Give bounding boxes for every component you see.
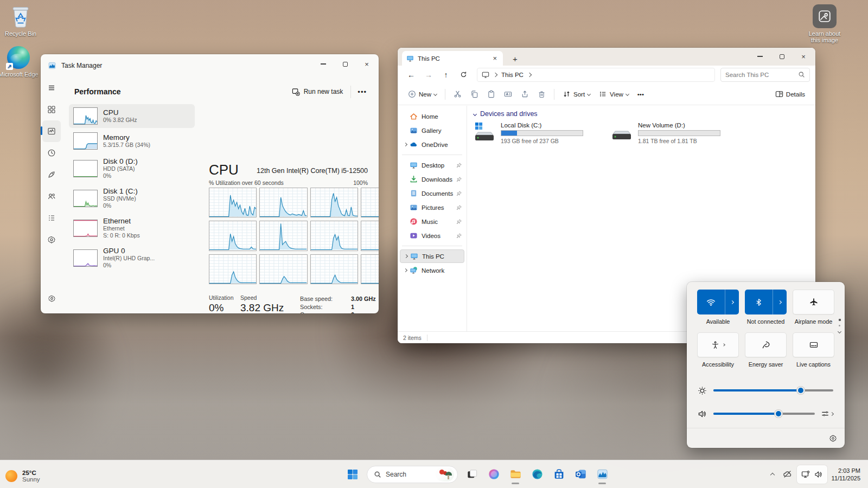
sidebar-item-documents[interactable]: Documents xyxy=(400,187,464,200)
drive-new-volume-d[interactable]: New Volume (D:) 1.81 TB free of 1.81 TB xyxy=(611,122,722,145)
system-tray-network-volume[interactable] xyxy=(797,465,827,484)
brightness-slider-thumb[interactable] xyxy=(797,387,805,394)
copy-button[interactable] xyxy=(467,87,482,101)
bluetooth-icon[interactable] xyxy=(745,290,773,314)
drive-local-disk-c[interactable]: Local Disk (C:) 193 GB free of 237 GB xyxy=(474,122,585,145)
toolbar-more-button[interactable]: ••• xyxy=(634,88,648,101)
onedrive-paused-icon[interactable] xyxy=(779,465,796,484)
back-button[interactable]: ← xyxy=(403,68,419,82)
volume-slider[interactable] xyxy=(713,413,815,415)
tm-sidebar-disk-0-d[interactable]: Disk 0 (D:)HDD (SATA)0% xyxy=(69,154,195,183)
rename-button[interactable] xyxy=(500,87,516,101)
minimize-button[interactable] xyxy=(312,56,334,72)
tab-this-pc[interactable]: This PC × xyxy=(402,51,503,66)
sidebar-item-music[interactable]: Music xyxy=(400,215,464,228)
qs-not-connected-expand[interactable] xyxy=(773,290,787,314)
qs-live-captions-button[interactable] xyxy=(793,332,834,357)
taskbar-clock[interactable]: 2:03 PM 11/11/2025 xyxy=(828,467,864,482)
delete-button[interactable] xyxy=(534,87,550,101)
desktop-icon-learn-about-image[interactable]: Learn about this image xyxy=(804,4,845,43)
sidebar-item-gallery[interactable]: Gallery xyxy=(400,124,464,137)
tm-nav-menu[interactable] xyxy=(41,77,62,99)
sidebar-item-network[interactable]: Network xyxy=(400,264,464,277)
cut-button[interactable] xyxy=(450,87,465,101)
qs-airplane-mode-button[interactable] xyxy=(793,290,834,314)
volume-slider-thumb[interactable] xyxy=(775,410,782,418)
devices-and-drives-header[interactable]: Devices and drives xyxy=(474,110,815,118)
wifi-icon[interactable] xyxy=(697,290,725,314)
explorer-search-box[interactable]: Search This PC xyxy=(720,68,810,82)
qs-energy-saver-button[interactable] xyxy=(745,332,787,357)
tm-sidebar-gpu-0[interactable]: GPU 0Intel(R) UHD Grap...0% xyxy=(69,243,195,272)
taskbar-search-box[interactable]: Search xyxy=(367,466,458,483)
desktop-icon-recycle-bin[interactable]: Recycle Bin xyxy=(0,4,41,37)
tm-nav-startup-apps[interactable] xyxy=(41,164,62,185)
address-bar[interactable]: This PC xyxy=(477,68,715,82)
tm-nav-users[interactable] xyxy=(41,185,62,207)
qs-available-button[interactable] xyxy=(697,290,739,314)
tm-sidebar-cpu[interactable]: CPU0% 3.82 GHz xyxy=(69,104,195,128)
qs-cell-airplane-mode: Airplane mode xyxy=(793,290,834,325)
taskbar-edge-button[interactable] xyxy=(527,464,547,485)
tm-nav-details[interactable] xyxy=(41,207,62,229)
sidebar-item-home[interactable]: Home xyxy=(400,110,464,123)
taskbar-outlook-button[interactable] xyxy=(571,464,590,485)
more-options-button[interactable]: ••• xyxy=(350,86,373,98)
run-new-task-button[interactable]: Run new task xyxy=(286,85,349,99)
breadcrumb-this-pc[interactable]: This PC xyxy=(501,72,524,78)
tm-nav-processes[interactable] xyxy=(41,99,62,120)
qs-accessibility-button[interactable] xyxy=(697,332,739,357)
weather-widget[interactable]: 25°C Sunny xyxy=(5,470,40,483)
taskbar-task-view-button[interactable] xyxy=(462,464,482,485)
tm-nav-settings[interactable] xyxy=(41,287,62,309)
tab-close-icon[interactable]: × xyxy=(491,54,499,62)
tm-sidebar-ethernet[interactable]: EthernetEthernetS: 0 R: 0 Kbps xyxy=(69,214,195,242)
share-button[interactable] xyxy=(517,87,533,101)
audio-output-button[interactable] xyxy=(821,410,833,418)
tm-sidebar-disk-1-c[interactable]: Disk 1 (C:)SSD (NVMe)0% xyxy=(69,184,195,213)
refresh-button[interactable] xyxy=(455,68,471,82)
view-button[interactable]: View xyxy=(595,87,633,101)
paste-button[interactable] xyxy=(483,87,499,101)
tm-nav-performance[interactable] xyxy=(42,120,61,142)
sidebar-item-this-pc[interactable]: This PC xyxy=(400,249,464,263)
tm-nav-services[interactable] xyxy=(41,229,62,251)
sidebar-item-pictures[interactable]: Pictures xyxy=(400,201,464,214)
close-button[interactable]: × xyxy=(793,48,814,65)
sidebar-item-downloads[interactable]: Downloads xyxy=(400,172,464,186)
expand-chevron-icon[interactable] xyxy=(404,143,407,146)
tm-sidebar-memory[interactable]: Memory5.3/15.7 GB (34%) xyxy=(69,129,195,153)
task-manager-titlebar[interactable]: Task Manager × xyxy=(41,54,379,77)
maximize-button[interactable] xyxy=(334,56,356,72)
taskbar-microsoft-store-button[interactable] xyxy=(549,464,569,485)
close-button[interactable]: × xyxy=(356,56,378,72)
new-button[interactable]: New xyxy=(404,87,441,101)
brightness-slider[interactable] xyxy=(713,389,833,391)
chart-max-label: 100% xyxy=(353,179,368,186)
forward-button[interactable]: → xyxy=(420,68,437,82)
quick-settings-page-indicator[interactable] xyxy=(838,319,841,333)
new-tab-button[interactable]: + xyxy=(509,54,521,66)
details-pane-button[interactable]: Details xyxy=(771,87,809,101)
expand-chevron-icon[interactable] xyxy=(404,254,408,258)
sidebar-item-videos[interactable]: Videos xyxy=(400,229,464,242)
sort-button[interactable]: Sort xyxy=(559,87,594,101)
minimize-button[interactable] xyxy=(749,48,771,65)
taskbar-task-manager-button[interactable] xyxy=(592,464,612,485)
quick-settings-gear-icon[interactable] xyxy=(829,434,837,442)
qs-available-expand[interactable] xyxy=(725,290,739,314)
sidebar-item-desktop[interactable]: Desktop xyxy=(400,158,464,172)
sidebar-item-onedrive[interactable]: OneDrive xyxy=(400,138,464,151)
hidden-icons-chevron[interactable] xyxy=(767,465,778,484)
taskbar-copilot-button[interactable] xyxy=(484,464,503,485)
qs-not-connected-button[interactable] xyxy=(745,290,787,314)
tm-nav-app-history[interactable] xyxy=(41,142,62,164)
explorer-tab-strip[interactable]: This PC × + × xyxy=(398,48,815,66)
taskbar-file-explorer-button[interactable] xyxy=(506,464,525,485)
maximize-button[interactable] xyxy=(771,48,793,65)
expand-chevron-icon[interactable] xyxy=(404,268,407,272)
up-button[interactable]: ↑ xyxy=(438,68,454,82)
start-button[interactable] xyxy=(343,464,362,485)
desktop-icon-microsoft-edge[interactable]: ↗ Microsoft Edge xyxy=(0,46,39,78)
entry-subtitle: 0% xyxy=(103,172,138,179)
